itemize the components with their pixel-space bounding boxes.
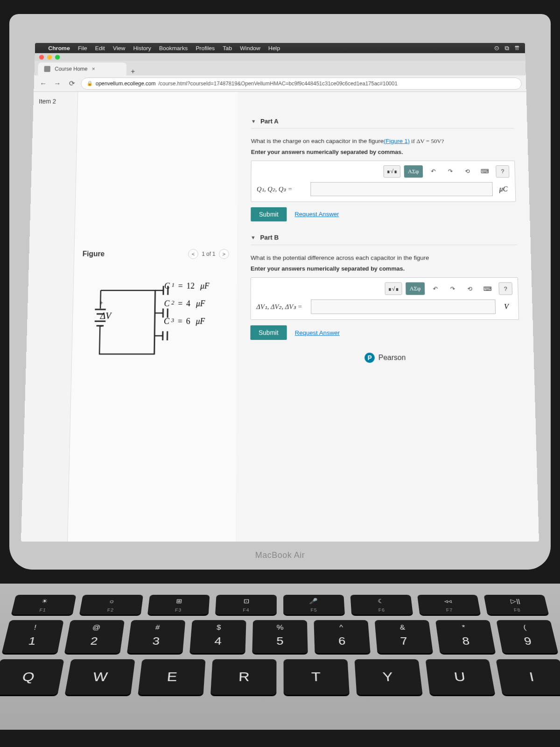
key-4: $4 xyxy=(189,620,246,653)
minimize-window-icon[interactable] xyxy=(47,55,52,59)
pearson-footer: P Pearson xyxy=(250,353,520,363)
key-u: U xyxy=(425,659,496,695)
key-5: %5 xyxy=(252,620,308,653)
url-input[interactable]: 🔒 openvellum.ecollege.com/course.html?co… xyxy=(81,78,522,90)
key-1: !1 xyxy=(2,620,64,653)
part-b-unit: V xyxy=(500,303,513,310)
help-icon[interactable]: ? xyxy=(496,165,509,177)
tab-title: Course Home xyxy=(55,66,88,72)
menu-history[interactable]: History xyxy=(133,45,151,51)
redo-icon[interactable]: ↷ xyxy=(446,282,460,295)
menu-tab[interactable]: Tab xyxy=(223,45,232,51)
part-a-header[interactable]: ▼ Part A xyxy=(251,118,514,128)
status-icon-2[interactable]: ⧉ xyxy=(504,44,509,52)
figure-pager: < 1 of 1 > xyxy=(188,249,229,259)
capacitor-labels: C1=12 μF C2=4 μF C3=6 μF xyxy=(164,282,210,326)
status-icon-3[interactable]: ⇈ xyxy=(514,44,520,52)
menu-window[interactable]: Window xyxy=(240,45,260,51)
part-a-request-answer[interactable]: Request Answer xyxy=(294,211,339,218)
part-b-request-answer[interactable]: Request Answer xyxy=(295,329,340,336)
new-tab-button[interactable]: + xyxy=(126,68,140,76)
macbook-label: MacBook Air xyxy=(255,550,305,560)
part-a-input-label: Q₁, Q₂, Q₃ = xyxy=(257,185,306,193)
part-a-input[interactable] xyxy=(310,182,493,196)
chevron-down-icon: ▼ xyxy=(251,119,256,124)
part-b-input[interactable] xyxy=(311,300,496,314)
menu-profiles[interactable]: Profiles xyxy=(196,45,215,51)
figure-link[interactable]: (Figure 1) xyxy=(384,138,410,144)
part-b-submit-button[interactable]: Submit xyxy=(250,325,287,340)
browser-tab[interactable]: Course Home × xyxy=(38,63,126,76)
menu-view[interactable]: View xyxy=(113,45,126,51)
svg-line-10 xyxy=(154,290,155,354)
menu-app[interactable]: Chrome xyxy=(48,45,70,51)
favicon-icon xyxy=(44,66,50,72)
part-b-input-label: ΔV₁, ΔV₂, ΔV₃ = xyxy=(256,303,306,310)
chevron-down-icon: ▼ xyxy=(251,234,256,240)
part-a-unit: μC xyxy=(497,185,510,193)
mac-menubar: Chrome File Edit View History Bookmarks … xyxy=(35,43,525,53)
undo-icon[interactable]: ↶ xyxy=(427,165,440,177)
sidebar-item[interactable]: Item 2 xyxy=(39,98,72,105)
key-r: R xyxy=(210,659,276,695)
redo-icon[interactable]: ↷ xyxy=(443,165,457,177)
key-i: I xyxy=(496,659,560,695)
part-b-prompt: What is the potential difference across … xyxy=(251,253,518,263)
menu-edit[interactable]: Edit xyxy=(95,45,105,51)
part-b-answer-box: ∎√∎ ΑΣφ ↶ ↷ ⟲ ⌨ ? ΔV₁, ΔV₂, ΔV₃ = V xyxy=(251,277,519,320)
address-bar: ← → ⟳ 🔒 openvellum.ecollege.com/course.h… xyxy=(34,76,526,92)
part-b-title: Part B xyxy=(260,234,279,241)
templates-icon[interactable]: ∎√∎ xyxy=(384,165,400,177)
key-f5: 🎤F5 xyxy=(283,595,345,615)
close-tab-icon[interactable]: × xyxy=(92,66,95,72)
url-path: /course.html?courseId=17487819&OpenVellu… xyxy=(158,80,398,86)
part-b-header[interactable]: ▼ Part B xyxy=(251,234,517,245)
key-q: Q xyxy=(0,659,64,695)
templates-icon[interactable]: ∎√∎ xyxy=(385,282,402,295)
help-icon[interactable]: ? xyxy=(498,282,512,295)
part-b-hint: Enter your answers numerically separated… xyxy=(251,265,518,272)
reset-icon[interactable]: ⟲ xyxy=(460,165,474,177)
cap-1-label: C1=12 μF xyxy=(164,282,210,291)
key-f8: ▷||F8 xyxy=(484,595,549,615)
url-domain: openvellum.ecollege.com xyxy=(96,80,156,86)
greek-button[interactable]: ΑΣφ xyxy=(406,282,425,295)
part-a-title: Part A xyxy=(260,118,279,125)
reload-button[interactable]: ⟳ xyxy=(67,79,77,88)
cap-3-label: C3=6 μF xyxy=(164,317,209,326)
key-y: Y xyxy=(354,659,422,695)
question-panel: ▼ Part A What is the charge on each capa… xyxy=(236,92,539,542)
key-f1: ☀F1 xyxy=(11,595,76,615)
key-6: ^6 xyxy=(314,620,370,653)
window-controls xyxy=(35,53,525,61)
greek-button[interactable]: ΑΣφ xyxy=(404,165,423,177)
menu-bookmarks[interactable]: Bookmarks xyxy=(159,45,188,51)
key-7: &7 xyxy=(375,620,433,653)
close-window-icon[interactable] xyxy=(39,55,44,59)
part-a-hint: Enter your answers numerically separated… xyxy=(251,148,515,155)
key-e: E xyxy=(138,659,206,695)
reset-icon[interactable]: ⟲ xyxy=(463,282,477,295)
figure-next-button[interactable]: > xyxy=(219,249,229,259)
menu-help[interactable]: Help xyxy=(268,45,280,51)
cap-2-label: C2=4 μF xyxy=(164,299,210,308)
figure-counter: 1 of 1 xyxy=(202,251,215,257)
forward-button[interactable]: → xyxy=(53,79,63,87)
part-a-submit-button[interactable]: Submit xyxy=(251,207,287,221)
keyboard-icon[interactable]: ⌨ xyxy=(477,165,492,177)
part-a-answer-box: ∎√∎ ΑΣφ ↶ ↷ ⟲ ⌨ ? Q₁, Q₂, Q₃ = μC xyxy=(251,160,516,202)
figure-prev-button[interactable]: < xyxy=(188,249,198,259)
figure-panel: Figure < 1 of 1 > + ΔV − xyxy=(68,92,238,542)
menu-file[interactable]: File xyxy=(78,45,87,51)
key-w: W xyxy=(64,659,135,695)
maximize-window-icon[interactable] xyxy=(55,55,60,59)
keyboard-icon[interactable]: ⌨ xyxy=(480,282,495,295)
back-button[interactable]: ← xyxy=(38,79,48,87)
undo-icon[interactable]: ↶ xyxy=(428,282,442,295)
key-f3: ⊞F3 xyxy=(147,595,210,615)
key-f6: ☾F6 xyxy=(350,595,413,615)
status-icon-1[interactable]: ⊙ xyxy=(494,44,500,52)
key-9: (9 xyxy=(496,620,558,653)
key-8: *8 xyxy=(435,620,496,653)
key-3: #3 xyxy=(127,620,185,653)
